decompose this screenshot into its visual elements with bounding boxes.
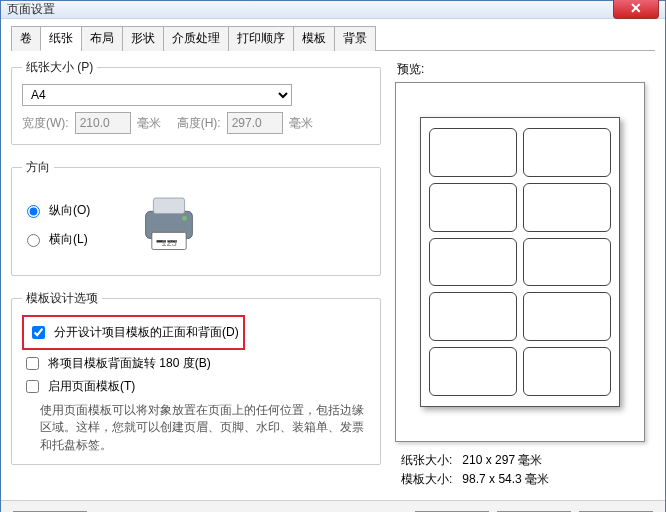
- separate-front-back-label: 分开设计项目模板的正面和背面(D): [54, 324, 239, 341]
- label-cell: [523, 183, 611, 232]
- landscape-label: 横向(L): [49, 231, 88, 248]
- dialog-window: 页面设置 ✕ 卷纸张布局形状介质处理打印顺序模板背景 纸张大小 (P) A4 宽…: [0, 0, 666, 512]
- landscape-radio-input[interactable]: [27, 234, 40, 247]
- label-cell: [429, 292, 517, 341]
- dialog-body: 卷纸张布局形状介质处理打印顺序模板背景 纸张大小 (P) A4 宽度(W): 毫…: [1, 19, 665, 500]
- width-input: [75, 112, 131, 134]
- tab-content: 纸张大小 (P) A4 宽度(W): 毫米 高度(H): 毫米 方向: [11, 51, 655, 490]
- label-cell: [429, 183, 517, 232]
- tab-6[interactable]: 模板: [293, 26, 335, 51]
- tab-2[interactable]: 布局: [81, 26, 123, 51]
- width-label: 宽度(W):: [22, 115, 69, 132]
- rotate-back-label: 将项目模板背面旋转 180 度(B): [48, 355, 211, 372]
- width-unit: 毫米: [137, 115, 161, 132]
- tab-4[interactable]: 介质处理: [163, 26, 229, 51]
- portrait-label: 纵向(O): [49, 202, 90, 219]
- label-cell: [429, 238, 517, 287]
- preview-paper-size: 纸张大小: 210 x 297 毫米: [401, 452, 655, 469]
- enable-page-template-label: 启用页面模板(T): [48, 378, 135, 395]
- dialog-footer: 向导(Z)... 确定 取消 帮助: [1, 500, 665, 512]
- tab-3[interactable]: 形状: [122, 26, 164, 51]
- left-panel: 纸张大小 (P) A4 宽度(W): 毫米 高度(H): 毫米 方向: [11, 59, 395, 490]
- paper-size-select[interactable]: A4: [22, 84, 292, 106]
- separate-front-back-checkbox[interactable]: 分开设计项目模板的正面和背面(D): [28, 323, 239, 342]
- highlight-box: 分开设计项目模板的正面和背面(D): [22, 315, 245, 350]
- portrait-radio[interactable]: 纵向(O): [22, 202, 90, 219]
- preview-page: [420, 117, 620, 407]
- rotate-back-checkbox[interactable]: 将项目模板背面旋转 180 度(B): [22, 354, 370, 373]
- close-button[interactable]: ✕: [613, 0, 659, 19]
- height-unit: 毫米: [289, 115, 313, 132]
- printer-icon: 123: [130, 184, 208, 265]
- paper-size-group: 纸张大小 (P) A4 宽度(W): 毫米 高度(H): 毫米: [11, 59, 381, 145]
- preview-info: 纸张大小: 210 x 297 毫米 模板大小: 98.7 x 54.3 毫米: [395, 452, 655, 488]
- label-cell: [429, 128, 517, 177]
- template-options-legend: 模板设计选项: [22, 290, 102, 307]
- preview-label: 预览:: [397, 61, 655, 78]
- label-cell: [523, 238, 611, 287]
- preview-box: [395, 82, 645, 442]
- height-input: [227, 112, 283, 134]
- label-cell: [523, 128, 611, 177]
- template-options-group: 模板设计选项 分开设计项目模板的正面和背面(D) 将项目模板背面旋转 180 度…: [11, 290, 381, 465]
- enable-page-template-checkbox[interactable]: 启用页面模板(T): [22, 377, 370, 396]
- enable-page-template-input[interactable]: [26, 380, 39, 393]
- label-cell: [523, 347, 611, 396]
- separate-front-back-input[interactable]: [32, 326, 45, 339]
- orientation-legend: 方向: [22, 159, 54, 176]
- paper-size-legend: 纸张大小 (P): [22, 59, 97, 76]
- preview-template-size: 模板大小: 98.7 x 54.3 毫米: [401, 471, 655, 488]
- tab-1[interactable]: 纸张: [40, 26, 82, 51]
- label-cell: [523, 292, 611, 341]
- landscape-radio[interactable]: 横向(L): [22, 231, 90, 248]
- label-cell: [429, 347, 517, 396]
- right-panel: 预览:: [395, 59, 655, 490]
- svg-point-5: [183, 216, 188, 221]
- paper-dimensions-row: 宽度(W): 毫米 高度(H): 毫米: [22, 112, 370, 134]
- svg-text:123: 123: [162, 238, 178, 248]
- tab-strip: 卷纸张布局形状介质处理打印顺序模板背景: [11, 25, 655, 51]
- tab-7[interactable]: 背景: [334, 26, 376, 51]
- height-label: 高度(H):: [177, 115, 221, 132]
- window-title: 页面设置: [7, 1, 55, 18]
- orientation-group: 方向 纵向(O) 横向(L): [11, 159, 381, 276]
- svg-rect-1: [154, 198, 185, 214]
- template-description: 使用页面模板可以将对象放置在页面上的任何位置，包括边缘区域。这样，您就可以创建页…: [40, 402, 370, 454]
- tab-5[interactable]: 打印顺序: [228, 26, 294, 51]
- tab-0[interactable]: 卷: [11, 26, 41, 51]
- rotate-back-input[interactable]: [26, 357, 39, 370]
- portrait-radio-input[interactable]: [27, 205, 40, 218]
- titlebar: 页面设置 ✕: [1, 1, 665, 19]
